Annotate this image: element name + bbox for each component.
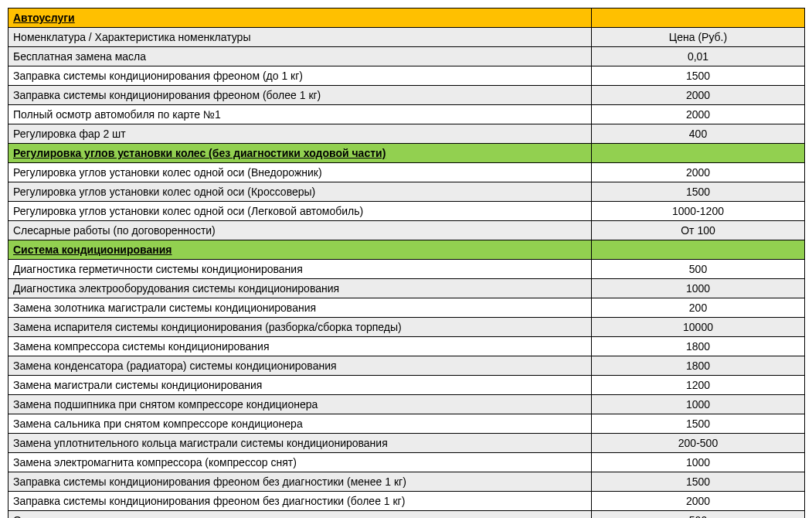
table-row: Заправка системы кондиционирования фреон… — [8, 492, 805, 511]
cell-name: Регулировка углов установки колес одной … — [8, 163, 592, 182]
cell-price: 1500 — [592, 66, 805, 86]
section-header-auto: Автоуслуги — [8, 9, 805, 28]
cell-name: Полный осмотр автомобиля по карте №1 — [8, 105, 592, 124]
cell-price: 500 — [592, 511, 805, 519]
table-row: Диагностика электрооборудования системы … — [8, 279, 805, 298]
cell-price: 2000 — [592, 86, 805, 105]
table-row: Замена сальника при снятом компрессоре к… — [8, 414, 805, 434]
table-row: Замена конденсатора (радиатора) системы … — [8, 356, 805, 376]
cell-price: От 100 — [592, 221, 805, 240]
table-row: Заправка системы кондиционирования фреон… — [8, 66, 805, 86]
cell-price: 1800 — [592, 337, 805, 356]
cell-name: Осмотр системы кондиционирования — [8, 511, 592, 519]
cell-name: Замена сальника при снятом компрессоре к… — [8, 414, 592, 434]
cell-price: 1500 — [592, 414, 805, 434]
cell-price: 200 — [592, 298, 805, 318]
section-title-price — [592, 9, 805, 28]
cell-price: 1000-1200 — [592, 202, 805, 221]
cell-name: Замена магистрали системы кондиционирова… — [8, 376, 592, 395]
table-row: Регулировка углов установки колес одной … — [8, 202, 805, 221]
cell-name: Замена подшипника при снятом компрессоре… — [8, 395, 592, 414]
cell-name: Диагностика электрооборудования системы … — [8, 279, 592, 298]
table-row: Замена компрессора системы кондициониров… — [8, 337, 805, 356]
section-title: Регулировка углов установки колес (без д… — [8, 144, 592, 163]
cell-price: 2000 — [592, 105, 805, 124]
cell-name: Бесплатная замена масла — [8, 47, 592, 66]
section-header-ac: Система кондиционирования — [8, 240, 805, 260]
table-row: Регулировка углов установки колес одной … — [8, 182, 805, 202]
cell-price: 400 — [592, 124, 805, 144]
section-title-price — [592, 144, 805, 163]
section-title: Автоуслуги — [8, 9, 592, 28]
cell-price: 1800 — [592, 356, 805, 376]
table-row: Замена золотника магистрали системы конд… — [8, 298, 805, 318]
column-header-name: Номенклатура / Характеристика номенклату… — [8, 28, 592, 47]
table-row: Заправка системы кондиционирования фреон… — [8, 472, 805, 492]
cell-name: Заправка системы кондиционирования фреон… — [8, 66, 592, 86]
table-row: Замена магистрали системы кондиционирова… — [8, 376, 805, 395]
cell-name: Замена уплотнительного кольца магистрали… — [8, 434, 592, 453]
section-header-wheel: Регулировка углов установки колес (без д… — [8, 144, 805, 163]
cell-name: Заправка системы кондиционирования фреон… — [8, 492, 592, 511]
cell-price: 2000 — [592, 492, 805, 511]
cell-name: Регулировка фар 2 шт — [8, 124, 592, 144]
cell-price: 1500 — [592, 472, 805, 492]
table-row: Замена уплотнительного кольца магистрали… — [8, 434, 805, 453]
column-header-row: Номенклатура / Характеристика номенклату… — [8, 28, 805, 47]
table-row: Замена испарителя системы кондиционирова… — [8, 318, 805, 337]
table-row: Регулировка фар 2 шт 400 — [8, 124, 805, 144]
cell-name: Замена электромагнита компрессора (компр… — [8, 453, 592, 472]
cell-name: Замена конденсатора (радиатора) системы … — [8, 356, 592, 376]
table-row: Замена электромагнита компрессора (компр… — [8, 453, 805, 472]
table-row: Осмотр системы кондиционирования 500 — [8, 511, 805, 519]
table-row: Регулировка углов установки колес одной … — [8, 163, 805, 182]
cell-price: 1000 — [592, 279, 805, 298]
price-table: Автоуслуги Номенклатура / Характеристика… — [8, 8, 805, 518]
cell-name: Заправка системы кондиционирования фреон… — [8, 86, 592, 105]
cell-name: Заправка системы кондиционирования фреон… — [8, 472, 592, 492]
table-row: Замена подшипника при снятом компрессоре… — [8, 395, 805, 414]
table-row: Заправка системы кондиционирования фреон… — [8, 86, 805, 105]
cell-price: 200-500 — [592, 434, 805, 453]
cell-name: Слесарные работы (по договоренности) — [8, 221, 592, 240]
cell-name: Регулировка углов установки колес одной … — [8, 202, 592, 221]
cell-name: Диагностика герметичности системы кондиц… — [8, 260, 592, 279]
section-title-price — [592, 240, 805, 260]
cell-price: 1200 — [592, 376, 805, 395]
cell-price: 1500 — [592, 182, 805, 202]
section-title: Система кондиционирования — [8, 240, 592, 260]
cell-name: Регулировка углов установки колес одной … — [8, 182, 592, 202]
cell-price: 500 — [592, 260, 805, 279]
cell-price: 2000 — [592, 163, 805, 182]
cell-name: Замена золотника магистрали системы конд… — [8, 298, 592, 318]
table-row: Диагностика герметичности системы кондиц… — [8, 260, 805, 279]
table-row: Слесарные работы (по договоренности) От … — [8, 221, 805, 240]
cell-price: 1000 — [592, 453, 805, 472]
cell-name: Замена испарителя системы кондиционирова… — [8, 318, 592, 337]
cell-price: 10000 — [592, 318, 805, 337]
table-row: Бесплатная замена масла 0,01 — [8, 47, 805, 66]
cell-price: 1000 — [592, 395, 805, 414]
column-header-price: Цена (Руб.) — [592, 28, 805, 47]
cell-name: Замена компрессора системы кондициониров… — [8, 337, 592, 356]
table-row: Полный осмотр автомобиля по карте №1 200… — [8, 105, 805, 124]
cell-price: 0,01 — [592, 47, 805, 66]
